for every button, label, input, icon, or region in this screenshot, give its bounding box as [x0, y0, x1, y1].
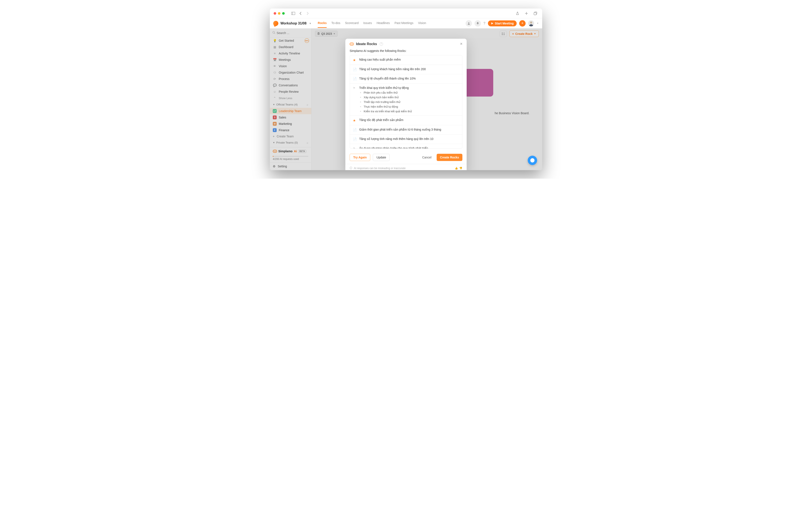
rock-suggestion-row[interactable]: ★Nâng cao hiệu suất phần mềm [350, 55, 462, 65]
official-teams-header[interactable]: ▼Official Teams (4)⌕ [270, 101, 311, 108]
tab-past-meetings[interactable]: Past Meetings [395, 21, 413, 28]
rock-suggestion-row[interactable]: 📄Tăng tỷ lệ chuyển đổi thành công lên 10… [350, 74, 462, 84]
quarter-selector[interactable]: 🗓 Q3 2023 ▼ [315, 31, 338, 37]
org-icon: ⚇ [273, 71, 277, 74]
rock-content: Giảm thời gian phát triển sản phẩm từ 6 … [359, 128, 459, 131]
try-again-button[interactable]: Try Again [350, 154, 370, 161]
user-icon[interactable] [466, 20, 472, 27]
gear-icon: ⚙ [273, 164, 276, 168]
search-row[interactable]: ⌘ K [270, 29, 311, 37]
tab-todos[interactable]: To-dos [331, 21, 340, 28]
help-icon[interactable]: ? [484, 22, 486, 25]
nav-people-review[interactable]: ☺People Review [270, 89, 311, 95]
measure-icon: 📄 [353, 68, 357, 71]
calendar-icon: 📅 [273, 58, 277, 61]
rock-suggestion-row[interactable]: ★Tăng tốc độ phát triển sản phẩm [350, 116, 462, 125]
team-finance[interactable]: FFinance [270, 127, 311, 133]
search-icon[interactable]: ⌕ [307, 141, 308, 144]
modal-header: Ideate Rocks ? × [345, 39, 467, 49]
start-meeting-button[interactable]: Start Meeting [488, 21, 517, 26]
star-icon: ★ [353, 118, 357, 122]
tab-rocks[interactable]: Rocks [318, 21, 327, 28]
workspace-dropdown-icon[interactable]: ▼ [309, 22, 311, 25]
team-leadership[interactable]: LTLeadership Team [270, 108, 311, 114]
svg-point-6 [273, 31, 275, 33]
info-icon: ⓘ [350, 166, 352, 170]
team-sales[interactable]: SSales [270, 114, 311, 121]
minimize-window-button[interactable] [278, 12, 281, 15]
maximize-window-button[interactable] [282, 12, 285, 15]
rock-title: Triển khai quy trình kiểm thử tự động [359, 86, 459, 90]
nav-conversations[interactable]: 💬Conversations [270, 82, 311, 89]
nav-meetings[interactable]: 📅Meetings [270, 57, 311, 63]
star-icon: ★ [353, 58, 357, 62]
show-less-toggle[interactable]: ⌃Show Less [270, 95, 311, 101]
help-icon[interactable]: ? [380, 42, 383, 46]
team-badge: M [273, 122, 277, 126]
rock-subtask: Thực hiện kiểm thử tự động [359, 105, 459, 108]
profile-avatar[interactable] [528, 21, 534, 26]
ai-brand-box[interactable]: Simplamo Ai BETA [270, 147, 311, 155]
nav-vision[interactable]: 👁Vision [270, 63, 311, 69]
rock-title: Giảm thời gian phát triển sản phẩm từ 6 … [359, 128, 459, 131]
rock-suggestion-row[interactable]: 📄Giảm thời gian phát triển sản phẩm từ 6… [350, 125, 462, 134]
rock-subtask: Kiểm tra và triển khai kết quả kiểm thử [359, 110, 459, 113]
nav-forward-icon[interactable] [305, 10, 311, 17]
new-tab-icon[interactable] [523, 10, 529, 17]
svg-point-3 [468, 22, 469, 23]
close-icon[interactable]: × [460, 42, 462, 46]
rock-suggestion-row[interactable]: 📄Tăng số lượng khách hàng tiềm năng lên … [350, 65, 462, 74]
svg-rect-11 [503, 34, 504, 35]
svg-rect-0 [292, 12, 295, 15]
vision-hint-text: he Business Vision Board. [495, 112, 529, 115]
chat-widget-button[interactable] [528, 156, 537, 165]
nav-back-icon[interactable] [297, 10, 303, 17]
cancel-button[interactable]: Cancel [419, 154, 434, 161]
tab-overview-icon[interactable] [532, 10, 538, 17]
profile-dropdown-icon[interactable]: ▼ [536, 22, 539, 25]
nav-dashboard[interactable]: ▦Dashboard [270, 44, 311, 50]
close-window-button[interactable] [274, 12, 276, 15]
team-marketing[interactable]: MMarketing [270, 121, 311, 127]
share-icon[interactable] [515, 10, 520, 17]
private-teams-header[interactable]: ▼Private Teams (0)⌕ [270, 139, 311, 146]
nav-org-chart[interactable]: ⚇Organization Chart [270, 69, 311, 76]
view-toggle-button[interactable] [500, 31, 507, 37]
tab-headlines[interactable]: Headlines [377, 21, 390, 28]
thumbs-down-icon[interactable]: 👎 [459, 167, 462, 170]
flag-icon: ⚑ [353, 147, 357, 149]
create-rocks-button[interactable]: Create Rocks [437, 154, 463, 161]
search-input[interactable] [277, 31, 314, 35]
search-icon [272, 31, 276, 35]
create-team-button[interactable]: +Create Team [270, 133, 311, 139]
tab-vision[interactable]: Vision [418, 21, 426, 28]
bell-icon[interactable] [474, 20, 481, 27]
eye-icon: 👁 [273, 64, 277, 68]
browser-window: Workshop 31/08 ▼ Rocks To-dos Scorecard … [270, 8, 542, 170]
nav-activity[interactable]: ≡Activity Timeline [270, 50, 311, 57]
measure-icon: 📄 [353, 128, 357, 132]
rock-suggestion-row[interactable]: ⚑Triển khai quy trình kiểm thử tự độngPh… [350, 84, 462, 116]
rock-title: Tăng tốc độ phát triển sản phẩm [359, 118, 459, 122]
svg-rect-8 [502, 33, 503, 34]
progress-ring: 50% [304, 38, 309, 43]
sidebar-toggle-icon[interactable] [290, 10, 296, 17]
update-button[interactable]: Update [373, 154, 389, 161]
nav-process[interactable]: ⟳Process [270, 76, 311, 82]
svg-line-7 [274, 33, 276, 34]
search-icon[interactable]: ⌕ [307, 103, 308, 106]
rock-suggestion-row[interactable]: 📄Tăng số lượng tính năng mới thêm hàng q… [350, 134, 462, 144]
create-rock-button[interactable]: + Create Rock ▼ [510, 30, 539, 37]
nav-get-started[interactable]: 💡Get Started50% [270, 37, 311, 44]
modal-title: Ideate Rocks [356, 42, 377, 46]
rock-suggestion-row[interactable]: ⚑Áp dụng phương pháp Agile cho quy trình… [350, 144, 462, 149]
add-button[interactable]: + [519, 20, 526, 27]
rock-content: Nâng cao hiệu suất phần mềm [359, 58, 459, 61]
rock-content: Tăng số lượng khách hàng tiềm năng lên t… [359, 67, 459, 71]
rock-title: Tăng số lượng tính năng mới thêm hàng qu… [359, 137, 459, 141]
setting-link[interactable]: ⚙Setting [270, 162, 311, 170]
rock-title: Nâng cao hiệu suất phần mềm [359, 58, 459, 61]
tab-scorecard[interactable]: Scorecard [345, 21, 358, 28]
thumbs-up-icon[interactable]: 👍 [455, 167, 458, 170]
tab-issues[interactable]: Issues [363, 21, 372, 28]
